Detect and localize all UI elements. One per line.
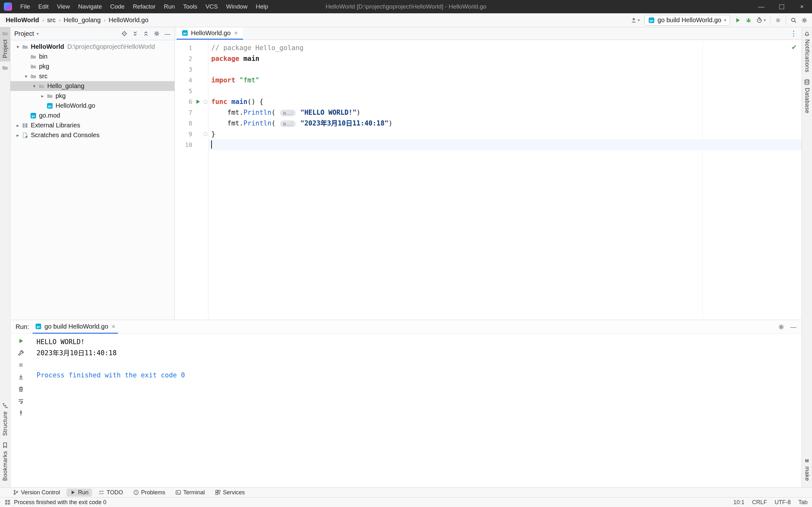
- chevron-right-icon[interactable]: ▸: [14, 132, 22, 138]
- soft-wrap-icon[interactable]: [18, 398, 24, 404]
- status-widget[interactable]: CRLF: [752, 499, 767, 506]
- tree-item-helloworld-go[interactable]: goHelloWorld.go: [10, 101, 174, 111]
- menu-file[interactable]: File: [16, 2, 34, 12]
- fold-marker-icon[interactable]: [204, 132, 207, 136]
- tool-window-button-run[interactable]: Run: [67, 489, 92, 497]
- tool-button-project[interactable]: Project: [0, 27, 10, 61]
- code-line-3[interactable]: 3: [175, 64, 802, 75]
- stop-icon[interactable]: [775, 17, 781, 23]
- menu-window[interactable]: Window: [222, 2, 252, 12]
- code-line-7[interactable]: 7 fmt.Println( a…: "HELLO WORLD!"): [175, 107, 802, 118]
- chevron-down-icon[interactable]: ▾: [14, 44, 22, 50]
- project-view-selector[interactable]: Project: [14, 30, 34, 38]
- breadcrumb-item[interactable]: HelloWorld: [4, 16, 40, 24]
- status-widget[interactable]: UTF-8: [774, 499, 791, 506]
- settings-icon[interactable]: [154, 31, 160, 37]
- tool-button-bookmarks[interactable]: Bookmarks: [0, 439, 10, 484]
- tree-item-pkg[interactable]: ▸pkg: [10, 91, 174, 101]
- tool-button-make[interactable]: Mmake: [802, 454, 812, 484]
- grid-icon[interactable]: [4, 499, 11, 505]
- code-line-10[interactable]: 10: [175, 139, 802, 150]
- menu-edit[interactable]: Edit: [35, 2, 53, 12]
- folder-tool[interactable]: [0, 61, 10, 74]
- tool-button-notifications[interactable]: Notifications: [802, 27, 812, 76]
- scroll-to-end-icon[interactable]: [18, 374, 24, 380]
- close-icon[interactable]: ×: [792, 0, 812, 13]
- code-line-8[interactable]: 8 fmt.Println( a…: "2023年3月10日11:40:18"): [175, 118, 802, 129]
- menu-navigate[interactable]: Navigate: [74, 2, 106, 12]
- profiler-icon[interactable]: ▾: [756, 17, 766, 23]
- maximize-icon[interactable]: [771, 0, 792, 13]
- collapse-all-icon[interactable]: [143, 31, 149, 37]
- code-line-9[interactable]: 9}: [175, 129, 802, 139]
- run-tab[interactable]: go go build HelloWorld.go ×: [33, 320, 118, 334]
- minimize-icon[interactable]: —: [751, 0, 771, 13]
- editor-tab[interactable]: go HelloWorld.go ×: [177, 27, 243, 40]
- tree-item-hello-golang[interactable]: ▾Hello_golang: [10, 81, 174, 91]
- user-menu[interactable]: ▾: [630, 17, 640, 23]
- chevron-down-icon[interactable]: ▾: [22, 73, 30, 79]
- close-tab-icon[interactable]: ×: [234, 30, 238, 37]
- build-icon[interactable]: [18, 350, 24, 356]
- menu-tools[interactable]: Tools: [179, 2, 201, 12]
- tree-item-helloworld[interactable]: ▾HelloWorldD:\project\goproject\HelloWor…: [10, 42, 174, 52]
- breadcrumb-item[interactable]: Hello_golang: [62, 16, 102, 24]
- stop-icon[interactable]: [18, 362, 24, 368]
- code-line-4[interactable]: 4import "fmt": [175, 75, 802, 86]
- code-line-5[interactable]: 5: [175, 86, 802, 96]
- code-line-2[interactable]: 2package main: [175, 53, 802, 64]
- clear-icon[interactable]: [18, 386, 24, 392]
- settings-icon[interactable]: [778, 324, 784, 330]
- settings-icon[interactable]: [801, 17, 808, 23]
- tree-item-go-mod[interactable]: gogo.mod: [10, 111, 174, 120]
- tool-window-button-services[interactable]: Services: [212, 489, 248, 497]
- status-widgets: 10:1CRLFUTF-8Tab: [733, 499, 808, 506]
- code-line-1[interactable]: 1// package Hello_golang: [175, 43, 802, 53]
- tool-button-structure[interactable]: Structure: [0, 399, 10, 439]
- run-config-selector[interactable]: go go build HelloWorld.go ▾: [644, 15, 730, 26]
- tool-window-button-todo[interactable]: TODO: [95, 489, 126, 497]
- run-output-console[interactable]: HELLO WORLD!2023年3月10日11:40:18 Process f…: [32, 334, 802, 487]
- gutter: 6: [175, 96, 208, 107]
- chevron-right-icon[interactable]: ▸: [38, 93, 47, 99]
- menu-help[interactable]: Help: [252, 2, 272, 12]
- search-icon[interactable]: [791, 17, 797, 23]
- tree-item-bin[interactable]: bin: [10, 52, 174, 61]
- breadcrumb-item[interactable]: HelloWorld.go: [107, 16, 150, 24]
- status-widget[interactable]: 10:1: [733, 499, 745, 506]
- rerun-icon[interactable]: [18, 338, 24, 344]
- chevron-down-icon[interactable]: ▾: [30, 83, 38, 89]
- breadcrumb-item[interactable]: src: [46, 16, 57, 24]
- tool-window-button-version-control[interactable]: Version Control: [9, 489, 63, 497]
- menu-view[interactable]: View: [53, 2, 73, 12]
- run-line-icon[interactable]: [195, 99, 201, 105]
- tree-item-src[interactable]: ▾src: [10, 71, 174, 81]
- locate-icon[interactable]: [121, 31, 128, 37]
- menu-vcs[interactable]: VCS: [202, 2, 222, 12]
- debug-icon[interactable]: [745, 17, 752, 23]
- expand-all-icon[interactable]: [132, 31, 138, 37]
- status-bar: Process finished with the exit code 0 10…: [0, 497, 812, 507]
- run-icon[interactable]: [734, 17, 741, 23]
- code-line-6[interactable]: 6func main() {: [175, 96, 802, 107]
- status-widget[interactable]: Tab: [798, 499, 808, 506]
- hide-icon[interactable]: —: [164, 31, 171, 37]
- tree-item-pkg[interactable]: pkg: [10, 61, 174, 71]
- tree-item-scratches-and-consoles[interactable]: ▸Scratches and Consoles: [10, 130, 174, 140]
- tool-window-button-problems[interactable]: Problems: [130, 489, 169, 497]
- tree-item-external-libraries[interactable]: ▸External Libraries: [10, 120, 174, 130]
- menu-refactor[interactable]: Refactor: [129, 2, 159, 12]
- code-editor[interactable]: 1// package Hello_golang2package main34i…: [175, 40, 802, 320]
- inspection-ok-icon[interactable]: ✔: [792, 43, 797, 51]
- close-tab-icon[interactable]: ×: [112, 323, 115, 330]
- hide-icon[interactable]: —: [790, 324, 797, 330]
- pin-icon[interactable]: [18, 410, 24, 416]
- lib-icon: [22, 122, 28, 129]
- menu-code[interactable]: Code: [106, 2, 128, 12]
- fold-marker-icon[interactable]: [204, 100, 207, 104]
- more-options-icon[interactable]: ⋮: [790, 30, 797, 38]
- tool-button-database[interactable]: Database: [802, 76, 812, 117]
- tool-window-button-terminal[interactable]: Terminal: [172, 489, 208, 497]
- menu-run[interactable]: Run: [160, 2, 179, 12]
- chevron-right-icon[interactable]: ▸: [14, 123, 22, 128]
